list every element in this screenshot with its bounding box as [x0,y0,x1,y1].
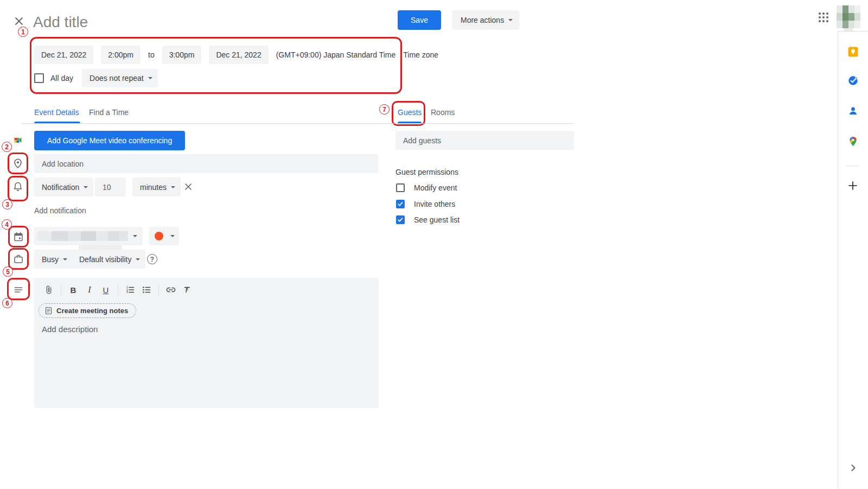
insert-link-icon[interactable] [163,282,179,298]
annotation-1: 1 [18,27,28,37]
save-button[interactable]: Save [398,10,441,30]
permission-row-guestlist: See guest list [396,215,459,224]
end-time-button[interactable]: 3:00pm [162,46,202,64]
guest-permissions-title: Guest permissions [395,168,458,176]
description-icon [13,284,24,295]
meeting-notes-doc-icon [44,307,53,315]
annotation-4: 4 [2,219,12,230]
timezone-info: (GMT+09:00) Japan Standard Time [276,50,396,59]
permission-row-invite: Invite others [396,200,455,208]
clear-formatting-icon[interactable] [179,282,195,298]
modify-event-checkbox[interactable] [396,183,405,192]
notification-type-dropdown[interactable]: Notification [34,177,93,196]
notification-bell-icon [12,181,23,192]
all-day-checkbox[interactable] [34,73,44,83]
annotation-5: 5 [3,266,13,277]
help-icon[interactable]: ? [147,254,157,264]
side-panel [838,31,868,489]
event-color-dropdown[interactable] [149,227,179,245]
right-tabbar-divider [374,123,574,124]
location-icon [12,158,23,169]
recurrence-dropdown[interactable]: Does not repeat [82,69,158,87]
left-tabbar-divider [22,123,401,124]
tab-event-details[interactable]: Event Details [34,108,79,117]
notification-unit-value: minutes [140,183,167,192]
more-actions-button[interactable]: More actions [452,10,519,30]
start-time-button[interactable]: 2:00pm [101,46,141,64]
plus-icon[interactable] [847,180,858,191]
timezone-button[interactable]: Time zone [403,50,438,59]
close-icon[interactable] [14,16,24,27]
annotation-3: 3 [2,199,12,209]
chevron-down-icon [133,235,137,237]
notification-type-value: Notification [42,183,79,192]
permission-row-modify: Modify event [396,183,457,192]
busy-status-value: Busy [42,255,59,264]
side-panel-divider [846,166,859,166]
chevron-right-icon[interactable] [848,462,859,473]
annotation-6: 6 [2,298,12,308]
chevron-down-icon [508,19,513,21]
annotation-7: 7 [379,104,390,115]
description-placeholder: Add description [42,325,98,334]
notification-unit-dropdown[interactable]: minutes [132,177,181,196]
location-input[interactable] [34,154,378,173]
datetime-row: Dec 21, 2022 2:00pm to 3:00pm Dec 21, 20… [34,46,438,64]
notification-amount-input[interactable] [95,177,126,196]
tab-guests-underline [398,122,422,123]
toolbar-separator [61,284,61,296]
visibility-dropdown[interactable]: Default visibility [72,250,145,269]
create-meeting-notes-button[interactable]: Create meeting notes [39,303,136,318]
toolbar-separator [118,284,118,296]
description-editor[interactable]: B I U 1 2 3 [34,278,379,408]
svg-text:3: 3 [126,290,128,294]
calendar-name-redacted [37,231,128,241]
italic-icon[interactable]: I [81,282,98,298]
numbered-list-icon[interactable]: 1 2 3 [122,282,138,298]
add-guests-input[interactable] [395,131,574,150]
see-guest-list-checkbox[interactable] [396,215,405,224]
contacts-icon[interactable] [847,105,858,116]
more-actions-label: More actions [461,16,504,24]
add-notification-button[interactable]: Add notification [34,206,86,215]
tab-rooms[interactable]: Rooms [431,108,455,117]
visibility-value: Default visibility [79,255,131,264]
check-icon [397,217,404,223]
add-google-meet-button[interactable]: Add Google Meet video conferencing [34,131,185,150]
tab-guests[interactable]: Guests [398,108,422,117]
tasks-icon[interactable] [847,75,858,86]
description-toolbar: B I U 1 2 3 [34,278,379,302]
modify-event-label: Modify event [414,183,457,192]
chevron-down-icon [63,258,67,261]
calendar-select-dropdown[interactable] [34,227,143,245]
invite-others-label: Invite others [414,200,455,208]
recurrence-value: Does not repeat [90,74,144,82]
google-apps-grid-icon[interactable] [818,11,829,23]
tab-event-details-underline [34,122,80,123]
event-editor-page: Save More actions 1 2 3 4 5 6 7 Dec 21, … [0,0,868,489]
remove-notification-icon[interactable] [183,182,193,192]
check-icon [397,201,404,207]
start-date-button[interactable]: Dec 21, 2022 [34,46,93,64]
end-date-button[interactable]: Dec 21, 2022 [209,46,268,64]
bulleted-list-icon[interactable] [138,282,155,298]
maps-icon[interactable] [847,136,858,147]
allday-row: All day Does not repeat [34,69,158,87]
busy-briefcase-icon [13,253,24,264]
see-guest-list-label: See guest list [414,215,459,224]
keep-icon[interactable] [847,46,858,57]
invite-others-checkbox[interactable] [396,200,405,208]
bold-icon[interactable]: B [65,282,81,298]
chevron-down-icon [171,186,175,188]
chevron-down-icon [84,186,88,188]
chevron-down-icon [170,235,175,237]
event-title-input[interactable] [33,11,369,34]
annotation-2: 2 [2,142,12,152]
underline-icon[interactable]: U [98,282,114,298]
toolbar-separator [158,284,159,296]
busy-status-dropdown[interactable]: Busy [34,250,73,269]
avatar[interactable] [837,5,860,28]
to-label: to [148,50,155,59]
attachment-icon[interactable] [41,282,57,298]
tab-find-a-time[interactable]: Find a Time [89,108,129,117]
